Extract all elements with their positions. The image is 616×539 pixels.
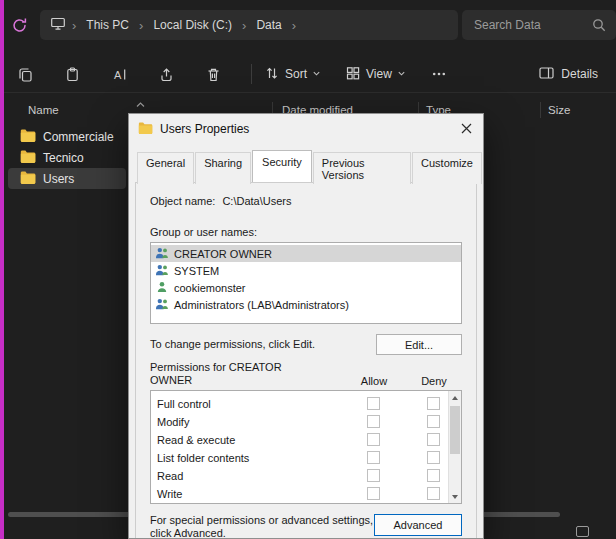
paste-icon[interactable] (63, 65, 81, 83)
group-name: cookiemonster (174, 282, 246, 294)
group-icon (155, 264, 169, 278)
tab-security[interactable]: Security (252, 150, 312, 182)
close-button[interactable] (449, 114, 483, 144)
file-row-tecnico[interactable]: Tecnico (8, 147, 126, 168)
copy-icon[interactable] (16, 65, 34, 83)
group-name: Administrators (LAB\Administrators) (174, 299, 349, 311)
scroll-up-icon[interactable] (449, 391, 461, 404)
permissions-scrollbar[interactable] (448, 391, 461, 503)
group-name: SYSTEM (174, 265, 219, 277)
object-name-row: Object name: C:\Data\Users (150, 195, 462, 207)
deny-checkbox[interactable] (427, 433, 440, 446)
tab-sharing[interactable]: Sharing (195, 152, 251, 184)
permission-row-full-control[interactable]: Full control (151, 395, 461, 413)
chevron-down-icon (397, 67, 406, 81)
allow-checkbox[interactable] (367, 451, 380, 464)
permission-row-write[interactable]: Write (151, 485, 461, 503)
scroll-down-icon[interactable] (449, 490, 461, 503)
permission-row-read[interactable]: Read (151, 467, 461, 485)
sort-icon (264, 65, 280, 84)
permission-name: Full control (157, 398, 211, 410)
permission-row-modify[interactable]: Modify (151, 413, 461, 431)
tab-general[interactable]: General (137, 152, 194, 184)
column-name[interactable]: Name (28, 104, 59, 116)
permission-name: Write (157, 488, 182, 500)
deny-checkbox[interactable] (427, 451, 440, 464)
properties-dialog: Users Properties General Sharing Securit… (128, 113, 484, 539)
file-row-commerciale[interactable]: Commerciale (8, 126, 126, 147)
column-separator[interactable] (540, 102, 541, 118)
scrollbar-thumb[interactable] (450, 406, 460, 454)
sort-menu[interactable]: Sort (264, 65, 321, 84)
this-pc-icon[interactable] (50, 16, 66, 34)
edit-row: To change permissions, click Edit. Edit.… (150, 334, 462, 355)
group-icon (155, 247, 169, 261)
allow-checkbox[interactable] (367, 487, 380, 500)
deny-checkbox[interactable] (427, 469, 440, 482)
folder-icon (20, 171, 36, 187)
advanced-row: For special permissions or advanced sett… (150, 514, 462, 539)
rename-icon[interactable]: A (110, 65, 128, 83)
security-tab-page: Object name: C:\Data\Users Group or user… (135, 182, 477, 539)
dialog-titlebar: Users Properties (129, 114, 483, 144)
breadcrumb-local-disk[interactable]: Local Disk (C:) (149, 16, 236, 34)
group-row-cookiemonster[interactable]: cookiemonster (151, 279, 461, 296)
search-box[interactable] (462, 10, 616, 40)
edit-button[interactable]: Edit... (376, 334, 462, 355)
advanced-button[interactable]: Advanced (374, 514, 462, 536)
allow-checkbox[interactable] (367, 415, 380, 428)
tab-customize[interactable]: Customize (412, 152, 482, 184)
dialog-title: Users Properties (160, 122, 249, 136)
breadcrumb-chevron: › (241, 18, 247, 33)
close-icon (461, 123, 472, 136)
advanced-hint: For special permissions or advanced sett… (150, 514, 378, 539)
breadcrumb-this-pc[interactable]: This PC (82, 16, 133, 34)
allow-column-label: Allow (358, 375, 390, 387)
tab-previous-versions[interactable]: Previous Versions (313, 152, 411, 184)
allow-checkbox[interactable] (367, 469, 380, 482)
permission-name: Read (157, 470, 183, 482)
deny-checkbox[interactable] (427, 397, 440, 410)
deny-column-label: Deny (418, 375, 450, 387)
svg-text:A: A (114, 68, 122, 80)
sort-ascending-indicator (136, 98, 145, 110)
sort-label: Sort (285, 67, 307, 81)
permission-name: Read & execute (157, 434, 235, 446)
search-input[interactable] (462, 18, 592, 32)
allow-checkbox[interactable] (367, 397, 380, 410)
group-row-administrators[interactable]: Administrators (LAB\Administrators) (151, 296, 461, 313)
group-row-system[interactable]: SYSTEM (151, 262, 461, 279)
group-list-label: Group or user names: (150, 226, 462, 238)
column-size[interactable]: Size (548, 104, 570, 116)
permission-name: List folder contents (157, 452, 249, 464)
deny-checkbox[interactable] (427, 415, 440, 428)
file-name: Tecnico (43, 151, 84, 165)
view-menu[interactable]: View (345, 65, 406, 84)
delete-icon[interactable] (204, 65, 222, 83)
deny-checkbox[interactable] (427, 487, 440, 500)
permission-row-read-execute[interactable]: Read & execute (151, 431, 461, 449)
refresh-button[interactable] (9, 17, 29, 37)
breadcrumb-chevron: › (138, 18, 144, 33)
details-pane-icon (538, 65, 555, 84)
permission-name: Modify (157, 416, 189, 428)
view-toggle-icon[interactable] (576, 526, 589, 537)
allow-checkbox[interactable] (367, 433, 380, 446)
share-icon[interactable] (157, 65, 175, 83)
view-icon (345, 65, 361, 84)
address-bar[interactable]: › This PC › Local Disk (C:) › Data › (40, 10, 458, 40)
details-pane-toggle[interactable]: Details (538, 65, 598, 84)
breadcrumb-data[interactable]: Data (252, 16, 285, 34)
details-label: Details (561, 67, 598, 81)
group-name: CREATOR OWNER (174, 248, 272, 260)
breadcrumb-chevron: › (291, 18, 297, 33)
group-row-creator-owner[interactable]: CREATOR OWNER (151, 245, 461, 262)
search-icon (592, 18, 606, 32)
edit-hint: To change permissions, click Edit. (150, 338, 315, 350)
permission-row-list-folder-contents[interactable]: List folder contents (151, 449, 461, 467)
more-options-icon[interactable] (430, 65, 448, 83)
group-icon (155, 298, 169, 312)
file-name: Users (43, 172, 74, 186)
permissions-list: Full control Modify Read & execute List … (150, 390, 462, 504)
file-row-users[interactable]: Users (8, 168, 126, 189)
